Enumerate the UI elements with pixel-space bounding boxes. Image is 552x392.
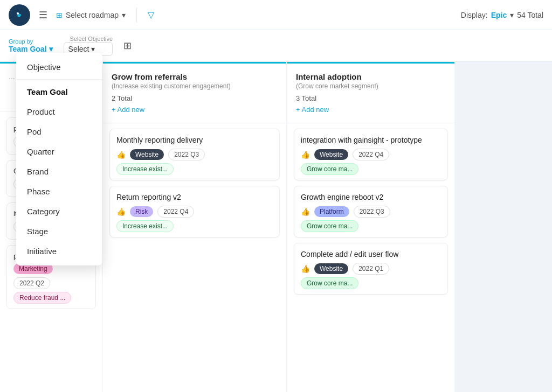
display-total: 54 Total — [517, 11, 543, 19]
group-by-selector[interactable]: Team Goal ▾ — [9, 45, 53, 53]
card-monthly-quarter-tag: 2022 Q3 — [168, 149, 205, 160]
card-gainsight: integration with gainsight - prototype 👍… — [294, 129, 448, 180]
column-grow-subtitle: (Increase existing customer engagement) — [112, 82, 278, 90]
card-return-quarter-tag: 2022 Q4 — [157, 206, 194, 218]
svg-point-1 — [17, 12, 19, 15]
card-edit-user-quarter-tag: 2022 Q1 — [353, 263, 389, 275]
dropdown-divider — [16, 79, 102, 80]
card-gainsight-quarter-tag: 2022 Q4 — [353, 149, 389, 160]
column-grow-header: Grow from referrals (Increase existing c… — [103, 64, 286, 123]
card-gainsight-tags: 👍 Website 2022 Q4 — [301, 149, 441, 160]
card-growth-engine-tags: 👍 Platform 2022 Q3 — [301, 206, 441, 218]
dropdown-item-pod[interactable]: Pod — [16, 122, 102, 142]
display-chevron-icon[interactable]: ▾ — [510, 11, 514, 19]
partial-card-4-quarter: 2022 Q2 — [13, 277, 50, 289]
card-monthly-label: Increase exist... — [116, 163, 174, 175]
column-adoption-title: Internal adoption — [296, 72, 446, 81]
roadmap-selector[interactable]: ⊞ Select roadmap ▾ — [56, 11, 126, 19]
filter-icon[interactable]: ▽ — [148, 10, 154, 20]
card-growth-engine: Growth engine reboot v2 👍 Platform 2022 … — [294, 186, 448, 237]
select-objective-label: Select Objective — [70, 36, 113, 42]
hamburger-icon[interactable]: ☰ — [39, 9, 47, 21]
dropdown-item-brand[interactable]: Brand — [16, 162, 102, 181]
card-growth-quarter-tag: 2022 Q3 — [354, 206, 390, 218]
card-return-reporting: Return reporting v2 👍 Risk 2022 Q4 Incre… — [109, 186, 280, 237]
dropdown-item-category[interactable]: Category — [16, 201, 102, 221]
card-return-title: Return reporting v2 — [116, 193, 273, 201]
column-adoption-subtitle: (Grow core market segment) — [296, 82, 446, 90]
card-growth-label: Grow core ma... — [301, 220, 358, 232]
app-logo[interactable] — [9, 4, 30, 26]
card-gainsight-website-tag: Website — [314, 149, 348, 160]
card-edit-user-title: Complete add / edit user flow — [301, 250, 441, 258]
column-grow-count: 2 Total — [112, 94, 278, 102]
like-icon-growth[interactable]: 👍 — [301, 207, 310, 216]
partial-card-4-label: Reduce fraud ... — [13, 292, 71, 304]
dropdown-item-stage[interactable]: Stage — [16, 221, 102, 241]
display-label: Display: — [461, 11, 488, 19]
roadmap-icon: ⊞ — [56, 11, 63, 19]
card-edit-user-flow: Complete add / edit user flow 👍 Website … — [294, 243, 448, 295]
header-divider — [136, 8, 137, 23]
display-epic[interactable]: Epic — [491, 11, 507, 19]
dropdown-item-objective[interactable]: Objective — [16, 57, 102, 77]
card-return-label: Increase exist... — [116, 220, 174, 232]
column-grow-add-new[interactable]: + Add new — [112, 106, 144, 114]
card-monthly-website-tag: Website — [130, 149, 164, 160]
display-section: Display: Epic ▾ 54 Total — [461, 11, 543, 19]
settings-icon[interactable]: ⊞ — [123, 40, 132, 52]
card-monthly-reporting: Monthly reporting delivery 👍 Website 202… — [109, 129, 280, 180]
card-edit-user-label: Grow core ma... — [301, 277, 358, 289]
column-adoption-add-new[interactable]: + Add new — [296, 106, 329, 114]
group-by-label: Group by — [9, 38, 53, 45]
card-growth-platform-tag: Platform — [314, 206, 349, 217]
dropdown-item-initiative[interactable]: Initiative — [16, 241, 102, 261]
card-edit-user-website-tag: Website — [314, 263, 348, 274]
card-edit-user-tags: 👍 Website 2022 Q1 — [301, 263, 441, 275]
card-gainsight-label: Grow core ma... — [301, 163, 358, 175]
column-internal-adoption: Internal adoption (Grow core market segm… — [287, 62, 454, 392]
select-objective-value: Select — [68, 45, 89, 53]
column-adoption-header: Internal adoption (Grow core market segm… — [287, 64, 454, 123]
group-by-dropdown: Objective Team Goal Product Pod Quarter … — [16, 53, 102, 265]
dropdown-item-quarter[interactable]: Quarter — [16, 142, 102, 162]
group-by-chevron-icon: ▾ — [49, 45, 53, 53]
toolbar: Group by Team Goal ▾ Select Objective Se… — [0, 30, 552, 62]
objective-chevron-icon: ▾ — [91, 45, 95, 53]
like-icon-return[interactable]: 👍 — [116, 207, 126, 216]
app-header: ☰ ⊞ Select roadmap ▾ ▽ Display: Epic ▾ 5… — [0, 0, 552, 30]
card-return-risk-tag: Risk — [130, 206, 153, 217]
roadmap-label: Select roadmap — [66, 11, 119, 19]
roadmap-chevron-icon: ▾ — [122, 11, 126, 19]
dropdown-item-product[interactable]: Product — [16, 102, 102, 122]
like-icon-edit-user[interactable]: 👍 — [301, 264, 310, 273]
like-icon-gainsight[interactable]: 👍 — [301, 150, 310, 159]
card-return-tags: 👍 Risk 2022 Q4 — [116, 206, 273, 218]
column-adoption-count: 3 Total — [296, 94, 446, 102]
dropdown-item-phase[interactable]: Phase — [16, 181, 102, 201]
dropdown-item-teamgoal[interactable]: Team Goal — [16, 82, 102, 102]
card-growth-engine-title: Growth engine reboot v2 — [301, 193, 441, 201]
group-by-value: Team Goal — [9, 45, 47, 53]
column-grow-title: Grow from referrals — [112, 72, 278, 81]
card-gainsight-title: integration with gainsight - prototype — [301, 136, 441, 144]
card-monthly-title: Monthly reporting delivery — [116, 136, 273, 144]
column-grow-from-referrals: Grow from referrals (Increase existing c… — [103, 62, 286, 392]
like-icon-monthly[interactable]: 👍 — [116, 150, 126, 159]
card-monthly-tags: 👍 Website 2022 Q3 — [116, 149, 273, 160]
